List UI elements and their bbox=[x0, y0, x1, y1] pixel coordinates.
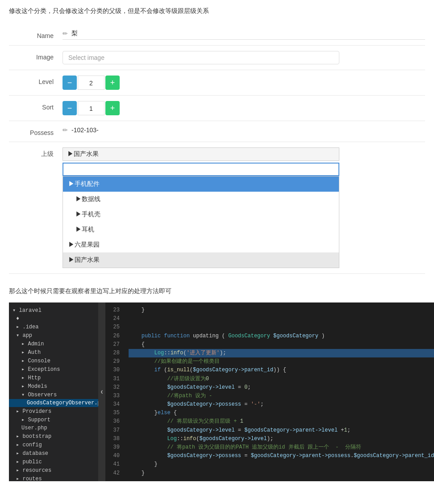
name-label: Name bbox=[9, 29, 63, 39]
section2-text: 那么这个时候只需要在观察者里边写上对应的处理方法即可 bbox=[9, 287, 425, 295]
line-number: 25 bbox=[109, 323, 120, 332]
tree-item[interactable]: ▸ Auth bbox=[9, 348, 98, 357]
tree-item[interactable]: ▸ database bbox=[9, 449, 98, 458]
superior-search-input[interactable] bbox=[63, 163, 339, 176]
line-number: 27 bbox=[109, 340, 120, 349]
level-plus-button[interactable]: + bbox=[105, 76, 120, 90]
name-field: ✏ 梨 bbox=[63, 29, 425, 40]
dropdown-item[interactable]: ▶国产水果 bbox=[63, 252, 339, 268]
line-number: 40 bbox=[109, 452, 120, 460]
code-line: // 将层级设为父类目层级 + 1 bbox=[129, 417, 434, 426]
sort-stepper: − 1 + bbox=[63, 101, 120, 115]
tree-item[interactable]: ▸ resources bbox=[9, 466, 98, 475]
tree-item[interactable]: ▸ .idea bbox=[9, 323, 98, 331]
line-number: 29 bbox=[109, 357, 120, 366]
dropdown-item[interactable]: ▶耳机 bbox=[63, 222, 339, 237]
name-value: 梨 bbox=[71, 29, 78, 38]
image-label: Image bbox=[9, 51, 63, 61]
code-area: 2324252627282930313233343536373839404142… bbox=[105, 302, 434, 481]
dropdown-item[interactable]: ▶手机壳 bbox=[63, 207, 339, 222]
dropdown-item[interactable]: ▶手机配件 bbox=[63, 176, 339, 192]
tree-item[interactable]: ▸ Exceptions bbox=[9, 365, 98, 374]
line-number: 42 bbox=[109, 469, 120, 478]
code-line: // 将path 设为父级目的的PATH 追加父级的id 并截后 跟上一个 - … bbox=[129, 443, 434, 452]
superior-row: 上级 ▶国产水果 ▶手机配件▶数据线▶手机壳▶耳机▶六星果园▶国产水果 bbox=[9, 142, 425, 274]
tree-item[interactable]: ▸ Support bbox=[9, 416, 98, 424]
form-section: Name ✏ 梨 Image Select image Level − 2 bbox=[9, 24, 425, 274]
superior-field: ▶国产水果 ▶手机配件▶数据线▶手机壳▶耳机▶六星果园▶国产水果 bbox=[63, 147, 425, 268]
dropdown-item[interactable]: ▶数据线 bbox=[63, 192, 339, 207]
code-line: //将path 设为 - bbox=[129, 392, 434, 400]
level-field: − 2 + bbox=[63, 76, 425, 90]
level-row: Level − 2 + bbox=[9, 70, 425, 96]
line-number: 24 bbox=[109, 315, 120, 323]
line-number: 32 bbox=[109, 383, 120, 392]
code-line: $goodsCategory->level = 0; bbox=[129, 383, 434, 392]
sort-value: 1 bbox=[78, 101, 104, 115]
line-number: 33 bbox=[109, 392, 120, 400]
code-editor: ▾ laravel ♦▸ .idea▾ app▸ Admin▸ Auth▸ Co… bbox=[9, 302, 434, 481]
tree-item[interactable]: ▸ config bbox=[9, 441, 98, 449]
image-field: Select image bbox=[63, 51, 425, 64]
tree-item[interactable]: ▾ laravel bbox=[9, 306, 98, 315]
level-value: 2 bbox=[78, 76, 104, 90]
name-row: Name ✏ 梨 bbox=[9, 24, 425, 46]
level-label: Level bbox=[9, 76, 63, 85]
name-edit-icon[interactable]: ✏ bbox=[63, 30, 68, 37]
sort-label: Sort bbox=[9, 101, 63, 111]
superior-current-value: ▶国产水果 bbox=[67, 150, 99, 158]
code-content: } public function updating ( GoodsCatego… bbox=[123, 302, 434, 481]
line-number: 39 bbox=[109, 443, 120, 452]
possess-field: ✏ -102-103- bbox=[63, 126, 425, 134]
code-line: } bbox=[129, 469, 434, 478]
tree-item[interactable]: ▸ Console bbox=[9, 357, 98, 365]
sort-minus-button[interactable]: − bbox=[63, 101, 77, 115]
sort-plus-button[interactable]: + bbox=[105, 101, 120, 115]
code-line: } bbox=[129, 306, 434, 315]
code-line: $goodsCategory->level = $goodsCategory->… bbox=[129, 426, 434, 435]
tree-item[interactable]: ▸ Http bbox=[9, 374, 98, 382]
superior-dropdown: ▶手机配件▶数据线▶手机壳▶耳机▶六星果园▶国产水果 bbox=[63, 176, 339, 268]
line-number: 41 bbox=[109, 460, 120, 469]
tree-item[interactable]: ▸ Admin bbox=[9, 340, 98, 348]
code-line: //讲层级设置为0 bbox=[129, 375, 434, 383]
code-line: } bbox=[129, 460, 434, 469]
code-line bbox=[129, 323, 434, 332]
image-select[interactable]: Select image bbox=[63, 51, 339, 64]
tree-item[interactable]: ▾ Observers bbox=[9, 391, 98, 399]
code-line: //如果创建的是一个根类目 bbox=[129, 357, 434, 366]
code-line: { bbox=[129, 340, 434, 349]
tree-item[interactable]: ▾ app bbox=[9, 331, 98, 340]
line-number: 31 bbox=[109, 375, 120, 383]
level-stepper: − 2 + bbox=[63, 76, 120, 90]
line-number: 23 bbox=[109, 306, 120, 315]
code-line: Log::info('进入了更新'); bbox=[129, 349, 434, 357]
sort-row: Sort − 1 + bbox=[9, 96, 425, 121]
possess-label: Possess bbox=[9, 126, 63, 136]
tree-item[interactable]: GoodsCategoryObserver.php bbox=[9, 399, 98, 407]
tree-item[interactable]: ▸ Providers bbox=[9, 407, 98, 416]
superior-label: 上级 bbox=[9, 147, 63, 158]
sort-field: − 1 + bbox=[63, 101, 425, 115]
code-line: $goodsCategory->possess = '-'; bbox=[129, 400, 434, 409]
level-minus-button[interactable]: − bbox=[63, 76, 77, 90]
superior-current[interactable]: ▶国产水果 bbox=[63, 147, 339, 161]
line-number: 28 bbox=[109, 349, 120, 357]
tree-item[interactable]: ▸ routes bbox=[9, 475, 98, 481]
line-numbers: 2324252627282930313233343536373839404142 bbox=[105, 302, 123, 481]
tree-item[interactable]: ▸ public bbox=[9, 458, 98, 466]
tree-item[interactable]: ▸ bootstrap bbox=[9, 432, 98, 441]
tree-item[interactable]: User.php bbox=[9, 424, 98, 432]
file-tree: ▾ laravel ♦▸ .idea▾ app▸ Admin▸ Auth▸ Co… bbox=[9, 302, 98, 481]
dropdown-item[interactable]: ▶六星果园 bbox=[63, 237, 339, 252]
possess-value: -102-103- bbox=[71, 126, 99, 134]
tree-item[interactable]: ▸ Models bbox=[9, 382, 98, 391]
collapse-button[interactable]: ❮ bbox=[98, 302, 105, 481]
tree-item[interactable]: ♦ bbox=[9, 315, 98, 323]
page-container: 修改这个分类，只会修改这个分类的父级，但是不会修改等级跟层级关系 Name ✏ … bbox=[0, 0, 434, 504]
possess-edit-icon[interactable]: ✏ bbox=[63, 126, 68, 134]
possess-display: ✏ -102-103- bbox=[63, 126, 425, 134]
line-number: 37 bbox=[109, 426, 120, 435]
possess-row: Possess ✏ -102-103- bbox=[9, 121, 425, 142]
code-line bbox=[129, 315, 434, 323]
